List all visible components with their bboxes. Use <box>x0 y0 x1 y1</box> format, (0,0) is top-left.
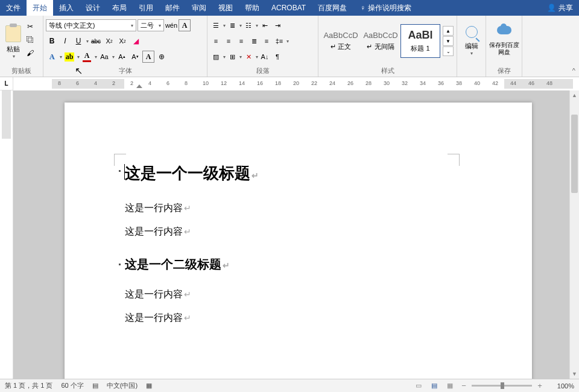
tab-文件[interactable]: 文件 <box>0 0 27 16</box>
zoom-level[interactable]: 100% <box>548 382 574 390</box>
body-line[interactable]: 这是一行内容↵ <box>125 312 475 324</box>
justify-button[interactable]: ≣ <box>248 35 260 47</box>
edit-button-label[interactable]: 编辑 <box>465 42 478 51</box>
style-card[interactable]: AaBbCcD↵ 无间隔 <box>361 24 400 58</box>
grow-font-button[interactable]: A▴ <box>116 51 128 63</box>
tab-审阅[interactable]: 审阅 <box>186 0 212 16</box>
align-right-button[interactable]: ≡ <box>235 35 247 47</box>
decrease-indent-button[interactable]: ⇤ <box>259 19 271 31</box>
chevron-down-icon[interactable]: ▾ <box>60 54 62 60</box>
web-layout-button[interactable]: ▦ <box>444 381 456 391</box>
increase-font-size-button[interactable]: wén <box>165 19 177 31</box>
scroll-down-button[interactable]: ▼ <box>570 369 579 379</box>
tab-视图[interactable]: 视图 <box>212 0 239 16</box>
line-spacing-button[interactable]: ‡≡ <box>273 35 285 47</box>
heading-1[interactable]: 这是一个一级标题↵ <box>125 163 475 184</box>
scroll-up-button[interactable]: ▲ <box>570 90 579 100</box>
chevron-down-icon[interactable]: ▾ <box>112 54 115 60</box>
multilevel-list-button[interactable]: ☷ <box>242 19 255 31</box>
heading-2[interactable]: 这是一个二级标题↵ <box>125 256 475 273</box>
styles-expand[interactable]: ⌄ <box>443 46 454 56</box>
superscript-button[interactable]: X2 <box>116 35 128 47</box>
page-count[interactable]: 第 1 页，共 1 页 <box>5 381 52 390</box>
style-card[interactable]: AaBl标题 1 <box>400 24 440 58</box>
font-color-button[interactable]: A <box>81 51 93 63</box>
subscript-button[interactable]: X2 <box>103 35 115 47</box>
tab-邮件[interactable]: 邮件 <box>159 0 186 16</box>
zoom-slider[interactable] <box>472 385 532 387</box>
scrollbar-thumb[interactable] <box>571 115 578 193</box>
bullets-button[interactable]: ☰ <box>210 19 222 31</box>
tab-selector[interactable]: L <box>0 77 13 90</box>
search-icon[interactable] <box>466 26 478 38</box>
tell-me-search[interactable]: ♀操作说明搜索 <box>360 3 411 13</box>
tab-开始[interactable]: 开始 <box>27 0 53 16</box>
page[interactable]: 这是一个一级标题↵这是一行内容↵这是一行内容↵这是一个二级标题↵这是一行内容↵这… <box>65 103 532 379</box>
zoom-slider-thumb[interactable] <box>501 382 504 389</box>
chevron-down-icon[interactable]: ▾ <box>95 54 97 60</box>
tab-百度网盘[interactable]: 百度网盘 <box>312 0 353 16</box>
styles-scroll-up[interactable]: ▲ <box>443 26 454 36</box>
copy-button[interactable]: ⿻ <box>24 34 36 45</box>
shrink-font-button[interactable]: A▾ <box>129 51 141 63</box>
italic-button[interactable]: I <box>59 35 71 47</box>
text-effects-button[interactable]: A <box>46 51 58 63</box>
tab-引用[interactable]: 引用 <box>133 0 159 16</box>
format-painter-button[interactable]: 🖌 <box>24 48 36 58</box>
enclose-characters-button[interactable]: ⊕ <box>156 51 168 63</box>
character-border-button[interactable]: A <box>142 51 154 63</box>
read-mode-button[interactable]: ▭ <box>413 381 425 391</box>
bold-button[interactable]: B <box>46 35 58 47</box>
distributed-button[interactable]: ≡ <box>261 35 273 47</box>
phonetic-guide-button[interactable]: A <box>179 19 191 31</box>
language-button[interactable]: 中文(中国) <box>107 381 138 390</box>
tab-布局[interactable]: 布局 <box>106 0 133 16</box>
style-card[interactable]: AaBbCcD↵ 正文 <box>321 24 361 58</box>
sort-button[interactable]: A↓ <box>259 51 271 63</box>
highlight-button[interactable]: ab <box>63 51 75 63</box>
align-left-button[interactable]: ≡ <box>210 35 222 47</box>
strikethrough-button[interactable]: abc <box>90 35 102 47</box>
vertical-ruler[interactable] <box>0 90 13 379</box>
font-name-select[interactable]: 等线 (中文正文) ▾ <box>46 19 136 31</box>
tab-设计[interactable]: 设计 <box>80 0 106 16</box>
body-line[interactable]: 这是一行内容↵ <box>125 226 475 238</box>
shading-button[interactable]: ▨ <box>210 51 222 63</box>
ribbon-group-clipboard: 粘贴 ▾ ✂ ⿻ 🖌 剪贴板 <box>0 16 43 77</box>
borders-button[interactable]: ⊞ <box>226 51 238 63</box>
cut-button[interactable]: ✂ <box>24 21 36 32</box>
asian-layout-button[interactable]: ✕ <box>242 51 255 63</box>
show-marks-button[interactable]: ¶ <box>271 51 283 63</box>
underline-button[interactable]: U <box>72 35 84 47</box>
body-line[interactable]: 这是一行内容↵ <box>125 202 475 215</box>
chevron-down-icon[interactable]: ▾ <box>470 51 473 56</box>
document-viewport[interactable]: 这是一个一级标题↵这是一行内容↵这是一行内容↵这是一个二级标题↵这是一行内容↵这… <box>13 90 579 379</box>
styles-scroll-down[interactable]: ▼ <box>443 36 454 46</box>
tab-acrobat[interactable]: ACROBAT <box>265 0 312 16</box>
print-layout-button[interactable]: ▤ <box>428 381 440 391</box>
font-size-select[interactable]: 二号 ▾ <box>138 19 164 31</box>
ruler-number: 40 <box>474 80 480 86</box>
body-line[interactable]: 这是一行内容↵ <box>125 288 475 301</box>
increase-indent-button[interactable]: ⇥ <box>271 19 283 31</box>
collapse-ribbon-button[interactable]: ^ <box>572 67 575 74</box>
chevron-down-icon[interactable]: ▾ <box>77 54 80 60</box>
zoom-in-button[interactable]: + <box>536 381 544 390</box>
paste-button[interactable]: 粘贴 ▾ <box>2 17 24 65</box>
chevron-down-icon[interactable]: ▾ <box>86 39 89 44</box>
word-count[interactable]: 60 个字 <box>61 381 83 390</box>
proofing-button[interactable]: ▤ <box>92 382 98 390</box>
horizontal-ruler[interactable]: 8642246810121416182022242628303234363840… <box>13 77 579 90</box>
clear-formatting-button[interactable]: ◢ <box>130 35 142 47</box>
tab-帮助[interactable]: 帮助 <box>239 0 265 16</box>
save-to-cloud-button[interactable]: 保存到百度网盘 <box>489 17 519 65</box>
numbering-button[interactable]: ≣ <box>226 19 238 31</box>
align-center-button[interactable]: ≡ <box>223 35 235 47</box>
first-line-indent-marker[interactable] <box>136 84 142 88</box>
tab-插入[interactable]: 插入 <box>53 0 80 16</box>
change-case-button[interactable]: Aa <box>98 51 110 63</box>
zoom-out-button[interactable]: − <box>460 381 468 390</box>
share-button[interactable]: 👤共享 <box>547 3 573 13</box>
vertical-scrollbar[interactable]: ▲ ▼ <box>569 90 579 379</box>
macro-button[interactable]: ▦ <box>146 382 152 390</box>
